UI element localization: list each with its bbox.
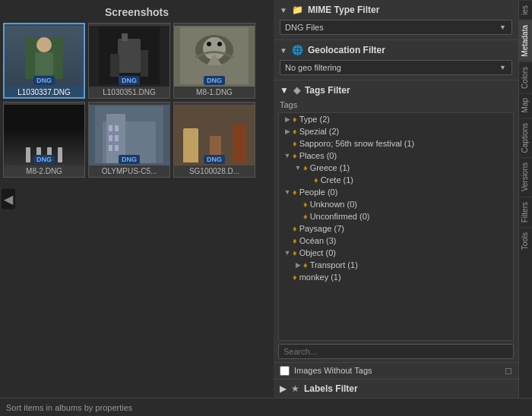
bottom-status-text: Sort items in albums by properties [6, 403, 132, 412]
tab-captions[interactable]: Captions [519, 118, 532, 157]
expander-type: ▶ [282, 115, 293, 123]
tab-versions[interactable]: Versions [519, 157, 532, 196]
photo-item-m8-2[interactable]: DNG M8-2.DNG [3, 102, 85, 178]
dng-badge-3: DNG [204, 76, 225, 85]
geo-filter-title[interactable]: ▼ 🌐 Geolocation Filter [280, 45, 512, 55]
tag-icon-spezial: ♦ [293, 127, 297, 136]
tag-icon-sapporo: ♦ [293, 139, 297, 148]
tag-icon-type: ♦ [293, 115, 297, 124]
labels-filter-section[interactable]: ▶ ★ Labels Filter [274, 379, 518, 398]
expander-ocean [282, 237, 293, 244]
tag-text-monkey: monkey (1) [299, 273, 510, 282]
photo-item-l1030337[interactable]: DNG L1030337.DNG [3, 23, 85, 99]
svg-rect-5 [122, 33, 128, 41]
without-tags-checkbox[interactable] [280, 366, 290, 376]
right-sidebar-tabs: ies Metadata Colors Map Captions Version… [518, 0, 532, 398]
tag-icon-greece: ♦ [303, 163, 308, 172]
tags-search-row [274, 341, 518, 362]
mime-filter-section: ▼ 📁 MIME Type Filter DNG Files All Files… [274, 0, 518, 40]
tag-item-paysage[interactable]: ♦ Paysage (7) [282, 222, 510, 235]
tag-item-transport[interactable]: ▶ ♦ Transport (1) [282, 259, 510, 271]
tags-column-label: Tags [274, 99, 518, 112]
tab-metadata[interactable]: Metadata [519, 20, 532, 61]
tag-item-type[interactable]: ▶ ♦ Type (2) [282, 113, 510, 125]
tag-text-transport: Transport (1) [310, 260, 510, 269]
tags-tree[interactable]: ▶ ♦ Type (2) ▶ ♦ Spezial (2) ♦ Sapporo; … [278, 112, 514, 341]
tag-icon-unknown: ♦ [303, 200, 308, 209]
tag-item-object[interactable]: ▼ ♦ Object (0) [282, 247, 510, 259]
expander-transport: ▶ [293, 261, 303, 269]
tag-icon-paysage: ♦ [293, 224, 297, 233]
svg-point-1 [36, 37, 52, 52]
svg-rect-4 [118, 39, 141, 73]
tab-map[interactable]: Map [519, 93, 532, 117]
tags-triangle-icon: ▼ [280, 85, 289, 96]
expander-people: ▼ [282, 188, 293, 196]
svg-rect-19 [109, 135, 112, 141]
tags-filter-label: Tags Filter [305, 85, 350, 96]
tag-text-object: Object (0) [299, 248, 510, 257]
tags-search-input[interactable] [278, 344, 514, 359]
svg-rect-20 [115, 135, 119, 141]
photo-item-l1030351[interactable]: DNG L1030351.DNG [88, 23, 170, 99]
svg-point-12 [207, 42, 211, 46]
photo-thumb-1: DNG [5, 26, 84, 87]
export-icon: ◻ [505, 365, 512, 376]
expander-unconfirmed [293, 213, 303, 220]
expander-object: ▼ [282, 249, 293, 257]
tag-text-type: Type (2) [299, 115, 510, 124]
tag-item-unknown[interactable]: ♦ Unknown (0) [282, 198, 510, 210]
tags-filter-title[interactable]: ▼ ◈ Tags Filter [274, 80, 518, 99]
mime-filter-title[interactable]: ▼ 📁 MIME Type Filter [280, 5, 512, 15]
dng-badge-4: DNG [33, 155, 55, 164]
photo-item-m8-1[interactable]: DNG M8-1.DNG [173, 23, 255, 99]
mime-filter-select[interactable]: DNG Files All Files JPEG Files PNG Files [280, 20, 512, 35]
svg-rect-2 [35, 52, 53, 75]
filter-panel: ▼ 📁 MIME Type Filter DNG Files All Files… [274, 0, 518, 398]
expander-greece: ▼ [293, 164, 303, 172]
tag-item-ocean[interactable]: ♦ Océan (3) [282, 235, 510, 247]
without-tags-label: Images Without Tags [294, 366, 372, 375]
tag-text-paysage: Paysage (7) [299, 224, 510, 233]
tag-item-unconfirmed[interactable]: ♦ Unconfirmed (0) [282, 210, 510, 222]
prev-nav-arrow[interactable]: ◀ [2, 189, 15, 210]
photo-label-4: M8-2.DNG [4, 165, 84, 175]
photo-label-3: M8-1.DNG [174, 87, 255, 96]
globe-icon: 🌐 [292, 45, 303, 55]
tag-text-crete: Crete (1) [321, 175, 510, 184]
tag-item-people[interactable]: ▼ ♦ People (0) [282, 186, 510, 198]
expander-places: ▼ [282, 152, 293, 159]
geo-dropdown-wrapper: No geo filtering Has geolocation No geol… [280, 60, 512, 75]
svg-point-13 [217, 42, 222, 46]
tab-tools[interactable]: Tools [519, 227, 532, 254]
expander-unknown [293, 200, 303, 208]
photo-label-2: L1030351.DNG [89, 87, 169, 96]
folder-icon: 📁 [292, 5, 303, 15]
tag-text-unknown: Unknown (0) [310, 200, 510, 209]
photo-item-olympus[interactable]: DNG OLYMPUS-C5... [88, 102, 170, 178]
tab-ies[interactable]: ies [519, 0, 532, 20]
photo-thumb-3: DNG [174, 26, 255, 87]
photo-row-1: DNG L1030337.DNG DNG L1030351.DNG [3, 23, 271, 99]
tag-item-sapporo[interactable]: ♦ Sapporo; 56th snow festival (1) [282, 137, 510, 150]
tags-filter-section: ▼ ◈ Tags Filter Tags ▶ ♦ Type (2) ▶ ♦ Sp… [274, 80, 518, 379]
tag-icon-crete: ♦ [314, 175, 318, 184]
tag-item-spezial[interactable]: ▶ ♦ Spezial (2) [282, 125, 510, 137]
bottom-status-bar: Sort items in albums by properties [0, 398, 532, 416]
geo-filter-section: ▼ 🌐 Geolocation Filter No geo filtering … [274, 40, 518, 80]
tag-text-people: People (0) [299, 188, 510, 197]
tag-item-places[interactable]: ▼ ♦ Places (0) [282, 150, 510, 162]
tab-colors[interactable]: Colors [519, 61, 532, 93]
photo-item-sg100028[interactable]: DNG SG100028.D... [173, 102, 255, 178]
tag-item-crete[interactable]: ♦ Crete (1) [282, 174, 510, 186]
photo-thumb-2: DNG [89, 26, 169, 87]
tag-item-monkey[interactable]: ♦ monkey (1) [282, 271, 510, 283]
expander-sapporo [282, 140, 293, 147]
geo-filter-select[interactable]: No geo filtering Has geolocation No geol… [280, 60, 512, 75]
geo-filter-label: Geolocation Filter [308, 45, 385, 55]
tags-icon: ◈ [293, 85, 300, 96]
photo-label-6: SG100028.D... [174, 165, 255, 175]
tag-item-greece[interactable]: ▼ ♦ Greece (1) [282, 162, 510, 174]
tab-filters[interactable]: Filters [519, 197, 532, 227]
tag-text-greece: Greece (1) [310, 163, 510, 172]
